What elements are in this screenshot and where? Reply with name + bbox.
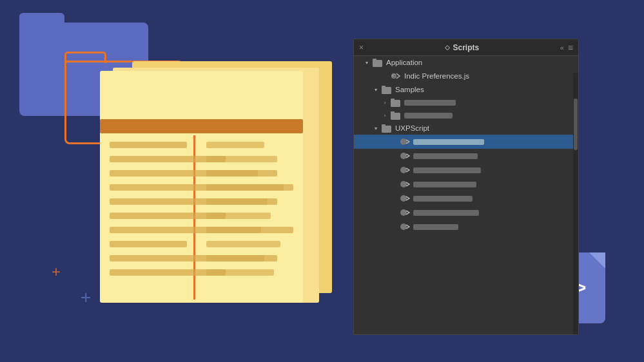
tree-item-uxp3[interactable]	[354, 163, 578, 177]
doc-line-right	[206, 241, 280, 247]
doc-line-right	[206, 269, 274, 276]
panel-tree: Application JS Indic Preferences.js	[354, 56, 578, 334]
panel-title: ◇ Scripts	[445, 43, 480, 52]
tree-label-application: Application	[386, 59, 422, 66]
tree-label-uxp2	[413, 153, 478, 159]
doc-page-main	[100, 71, 303, 303]
tree-label-uxp1	[413, 139, 484, 145]
script-icon-uxp4	[400, 179, 410, 189]
svg-point-13	[400, 153, 407, 159]
crosshair-blue: +	[81, 289, 91, 307]
doc-line-right	[206, 198, 268, 205]
panel-collapse-icon[interactable]: «	[560, 44, 564, 52]
folder-icon-samples	[382, 85, 392, 94]
doc-line-right	[206, 170, 258, 176]
doc-header-bar	[100, 119, 303, 133]
tree-item-uxpscript[interactable]: UXPScript	[354, 122, 578, 135]
tree-label-sc2	[404, 113, 453, 119]
script-icon-uxp3	[400, 165, 410, 175]
svg-point-17	[400, 209, 407, 216]
folder-icon-uxp	[382, 124, 392, 133]
tree-item-uxp2[interactable]	[354, 149, 578, 163]
tree-arrow-sc2	[381, 111, 389, 119]
tree-label-uxp: UXPScript	[395, 124, 429, 132]
svg-point-18	[400, 224, 407, 230]
doc-line-right	[206, 255, 264, 262]
script-icon-indic: JS	[391, 71, 401, 81]
tree-label-uxp4	[413, 182, 476, 187]
tree-item-application[interactable]: Application	[354, 56, 578, 69]
tree-arrow-application	[363, 59, 371, 66]
panel-title-text: Scripts	[453, 43, 480, 52]
doc-line-right	[206, 184, 284, 191]
tree-item-uxp7[interactable]	[354, 220, 578, 234]
panel-titlebar: × ◇ Scripts « ≡	[354, 39, 578, 56]
crosshair-orange: +	[52, 264, 61, 280]
folder-icon-sc1	[391, 98, 401, 107]
doc-line-right	[206, 227, 261, 233]
tree-label-uxp5	[413, 196, 473, 202]
tree-label-samples: Samples	[395, 86, 424, 93]
tree-arrow-samples	[372, 86, 380, 93]
panel-diamond-icon: ◇	[445, 44, 450, 51]
doc-line-right	[206, 156, 277, 162]
script-icon-uxp7	[400, 222, 410, 232]
script-icon-uxp6	[400, 207, 410, 218]
tree-item-samples-child1[interactable]	[354, 96, 578, 109]
svg-point-12	[400, 138, 407, 145]
svg-point-16	[400, 195, 407, 202]
svg-point-14	[400, 167, 407, 173]
tree-item-uxp1[interactable]	[354, 135, 578, 149]
panel-scrollbar[interactable]	[573, 73, 578, 334]
tree-label-sc1	[404, 100, 456, 106]
tree-item-indic-prefs[interactable]: JS Indic Preferences.js	[354, 69, 578, 83]
doc-lines-right	[206, 142, 297, 283]
tree-label-uxp3	[413, 167, 481, 173]
tree-label-uxp7	[413, 224, 458, 230]
svg-rect-9	[391, 111, 395, 114]
svg-rect-11	[382, 124, 385, 127]
tree-item-uxp6[interactable]	[354, 205, 578, 220]
tree-label-indic: Indic Preferences.js	[404, 72, 469, 80]
tree-item-uxp4[interactable]	[354, 177, 578, 191]
doc-line-right	[206, 142, 264, 148]
document-stack	[100, 61, 332, 306]
folder-icon-sc2	[391, 111, 401, 120]
svg-rect-7	[391, 99, 395, 101]
tree-item-samples-child2[interactable]	[354, 109, 578, 122]
svg-rect-1	[373, 59, 376, 61]
script-icon-uxp5	[400, 193, 410, 204]
tree-item-samples[interactable]: Samples	[354, 83, 578, 96]
script-icon-uxp1	[400, 137, 410, 147]
tree-label-uxp6	[413, 210, 479, 216]
panel-scrollbar-thumb	[574, 99, 578, 150]
tree-arrow-uxp	[372, 124, 380, 132]
doc-line-right	[206, 213, 271, 219]
doc-line	[110, 142, 187, 148]
doc-line	[110, 241, 187, 247]
scripts-panel: × ◇ Scripts « ≡ Application	[353, 39, 579, 335]
script-icon-uxp2	[400, 151, 410, 161]
svg-rect-5	[382, 86, 385, 88]
tree-item-uxp5[interactable]	[354, 191, 578, 205]
panel-close-button[interactable]: ×	[359, 43, 364, 52]
panel-menu-icon[interactable]: ≡	[568, 43, 573, 53]
tree-arrow-sc1	[381, 99, 389, 106]
svg-point-15	[400, 181, 407, 187]
folder-icon-application	[373, 58, 383, 67]
